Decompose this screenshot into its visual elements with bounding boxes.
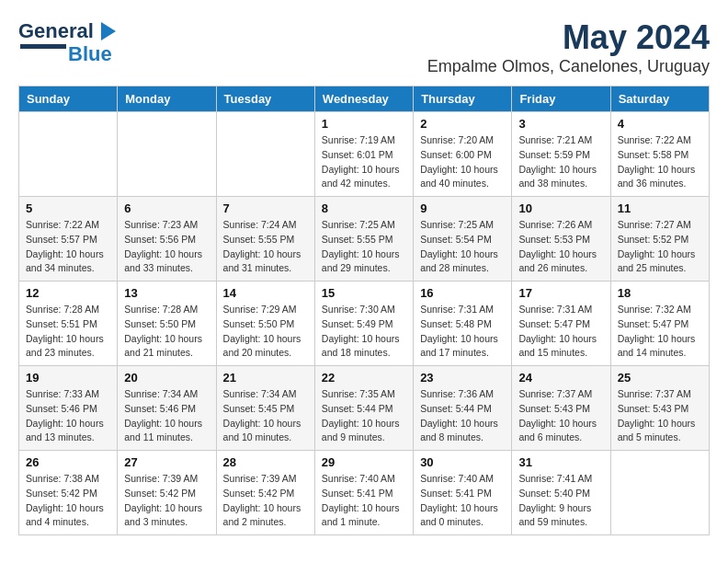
calendar-empty-cell bbox=[610, 451, 709, 535]
calendar-day-13: 13Sunrise: 7:28 AM Sunset: 5:50 PM Dayli… bbox=[118, 282, 216, 366]
header-friday: Friday bbox=[512, 86, 610, 112]
day-info: Sunrise: 7:30 AM Sunset: 5:49 PM Dayligh… bbox=[322, 303, 406, 361]
day-info: Sunrise: 7:19 AM Sunset: 6:01 PM Dayligh… bbox=[322, 133, 406, 191]
logo-text-general: General bbox=[18, 21, 94, 41]
calendar-day-10: 10Sunrise: 7:26 AM Sunset: 5:53 PM Dayli… bbox=[512, 197, 610, 282]
header-saturday: Saturday bbox=[610, 86, 709, 112]
calendar-day-29: 29Sunrise: 7:40 AM Sunset: 5:41 PM Dayli… bbox=[314, 451, 413, 535]
day-number: 8 bbox=[322, 201, 406, 215]
header-tuesday: Tuesday bbox=[216, 86, 314, 112]
calendar-week-row: 12Sunrise: 7:28 AM Sunset: 5:51 PM Dayli… bbox=[19, 282, 710, 366]
day-info: Sunrise: 7:39 AM Sunset: 5:42 PM Dayligh… bbox=[124, 472, 209, 530]
day-number: 1 bbox=[322, 117, 406, 131]
day-info: Sunrise: 7:32 AM Sunset: 5:47 PM Dayligh… bbox=[618, 303, 702, 361]
day-number: 5 bbox=[26, 201, 110, 215]
calendar-empty-cell bbox=[118, 112, 216, 197]
header-monday: Monday bbox=[118, 86, 216, 112]
day-number: 11 bbox=[618, 201, 702, 215]
calendar-day-6: 6Sunrise: 7:23 AM Sunset: 5:56 PM Daylig… bbox=[118, 197, 216, 282]
day-number: 28 bbox=[223, 455, 308, 469]
day-number: 24 bbox=[518, 371, 603, 385]
day-info: Sunrise: 7:34 AM Sunset: 5:46 PM Dayligh… bbox=[124, 387, 209, 445]
day-info: Sunrise: 7:22 AM Sunset: 5:58 PM Dayligh… bbox=[618, 133, 702, 191]
logo-text-blue: Blue bbox=[68, 44, 112, 64]
day-info: Sunrise: 7:21 AM Sunset: 5:59 PM Dayligh… bbox=[518, 133, 603, 191]
svg-marker-0 bbox=[101, 22, 116, 40]
calendar-day-4: 4Sunrise: 7:22 AM Sunset: 5:58 PM Daylig… bbox=[610, 112, 709, 197]
day-number: 19 bbox=[26, 371, 110, 385]
day-info: Sunrise: 7:24 AM Sunset: 5:55 PM Dayligh… bbox=[223, 218, 308, 276]
day-number: 3 bbox=[518, 117, 603, 131]
calendar-day-8: 8Sunrise: 7:25 AM Sunset: 5:55 PM Daylig… bbox=[314, 197, 413, 282]
calendar-day-18: 18Sunrise: 7:32 AM Sunset: 5:47 PM Dayli… bbox=[610, 282, 709, 366]
day-info: Sunrise: 7:36 AM Sunset: 5:44 PM Dayligh… bbox=[420, 387, 505, 445]
day-info: Sunrise: 7:37 AM Sunset: 5:43 PM Dayligh… bbox=[518, 387, 603, 445]
calendar-week-row: 1Sunrise: 7:19 AM Sunset: 6:01 PM Daylig… bbox=[19, 112, 710, 197]
calendar-day-12: 12Sunrise: 7:28 AM Sunset: 5:51 PM Dayli… bbox=[19, 282, 118, 366]
day-number: 9 bbox=[420, 201, 505, 215]
calendar-day-25: 25Sunrise: 7:37 AM Sunset: 5:43 PM Dayli… bbox=[610, 366, 709, 451]
day-number: 17 bbox=[518, 286, 603, 300]
day-number: 30 bbox=[420, 455, 505, 469]
day-number: 20 bbox=[124, 371, 209, 385]
day-number: 14 bbox=[223, 286, 308, 300]
day-info: Sunrise: 7:28 AM Sunset: 5:51 PM Dayligh… bbox=[26, 303, 110, 361]
day-number: 29 bbox=[322, 455, 406, 469]
day-info: Sunrise: 7:35 AM Sunset: 5:44 PM Dayligh… bbox=[322, 387, 406, 445]
day-info: Sunrise: 7:33 AM Sunset: 5:46 PM Dayligh… bbox=[26, 387, 110, 445]
day-info: Sunrise: 7:27 AM Sunset: 5:52 PM Dayligh… bbox=[618, 218, 702, 276]
logo: General Blue bbox=[18, 18, 119, 64]
location-title: Empalme Olmos, Canelones, Uruguay bbox=[427, 57, 710, 76]
month-title: May 2024 bbox=[427, 18, 710, 57]
day-info: Sunrise: 7:22 AM Sunset: 5:57 PM Dayligh… bbox=[26, 218, 110, 276]
calendar-day-9: 9Sunrise: 7:25 AM Sunset: 5:54 PM Daylig… bbox=[414, 197, 512, 282]
day-number: 31 bbox=[518, 455, 603, 469]
day-info: Sunrise: 7:25 AM Sunset: 5:54 PM Dayligh… bbox=[420, 218, 505, 276]
calendar-week-row: 26Sunrise: 7:38 AM Sunset: 5:42 PM Dayli… bbox=[19, 451, 710, 535]
day-number: 16 bbox=[420, 286, 505, 300]
calendar-empty-cell bbox=[19, 112, 118, 197]
day-number: 26 bbox=[26, 455, 110, 469]
day-number: 12 bbox=[26, 286, 110, 300]
day-number: 23 bbox=[420, 371, 505, 385]
calendar-day-21: 21Sunrise: 7:34 AM Sunset: 5:45 PM Dayli… bbox=[216, 366, 314, 451]
calendar-day-14: 14Sunrise: 7:29 AM Sunset: 5:50 PM Dayli… bbox=[216, 282, 314, 366]
calendar-week-row: 19Sunrise: 7:33 AM Sunset: 5:46 PM Dayli… bbox=[19, 366, 710, 451]
day-number: 7 bbox=[223, 201, 308, 215]
calendar-day-22: 22Sunrise: 7:35 AM Sunset: 5:44 PM Dayli… bbox=[314, 366, 413, 451]
header-thursday: Thursday bbox=[414, 86, 512, 112]
calendar-day-24: 24Sunrise: 7:37 AM Sunset: 5:43 PM Dayli… bbox=[512, 366, 610, 451]
day-number: 15 bbox=[322, 286, 406, 300]
calendar-day-27: 27Sunrise: 7:39 AM Sunset: 5:42 PM Dayli… bbox=[118, 451, 216, 535]
day-info: Sunrise: 7:23 AM Sunset: 5:56 PM Dayligh… bbox=[124, 218, 209, 276]
calendar-table: SundayMondayTuesdayWednesdayThursdayFrid… bbox=[18, 86, 710, 535]
day-info: Sunrise: 7:31 AM Sunset: 5:48 PM Dayligh… bbox=[420, 303, 505, 361]
day-number: 10 bbox=[518, 201, 603, 215]
calendar-day-15: 15Sunrise: 7:30 AM Sunset: 5:49 PM Dayli… bbox=[314, 282, 413, 366]
day-info: Sunrise: 7:20 AM Sunset: 6:00 PM Dayligh… bbox=[420, 133, 505, 191]
page-header: General Blue May 2024 Empalme Olmos, Can… bbox=[18, 18, 710, 76]
header-wednesday: Wednesday bbox=[314, 86, 413, 112]
day-number: 21 bbox=[223, 371, 308, 385]
day-number: 13 bbox=[124, 286, 209, 300]
day-info: Sunrise: 7:31 AM Sunset: 5:47 PM Dayligh… bbox=[518, 303, 603, 361]
title-block: May 2024 Empalme Olmos, Canelones, Urugu… bbox=[427, 18, 710, 76]
calendar-empty-cell bbox=[216, 112, 314, 197]
header-sunday: Sunday bbox=[19, 86, 118, 112]
calendar-day-23: 23Sunrise: 7:36 AM Sunset: 5:44 PM Dayli… bbox=[414, 366, 512, 451]
calendar-day-26: 26Sunrise: 7:38 AM Sunset: 5:42 PM Dayli… bbox=[19, 451, 118, 535]
day-number: 4 bbox=[618, 117, 702, 131]
day-number: 2 bbox=[420, 117, 505, 131]
day-info: Sunrise: 7:37 AM Sunset: 5:43 PM Dayligh… bbox=[618, 387, 702, 445]
day-info: Sunrise: 7:40 AM Sunset: 5:41 PM Dayligh… bbox=[322, 472, 406, 530]
calendar-day-17: 17Sunrise: 7:31 AM Sunset: 5:47 PM Dayli… bbox=[512, 282, 610, 366]
day-info: Sunrise: 7:25 AM Sunset: 5:55 PM Dayligh… bbox=[322, 218, 406, 276]
calendar-day-30: 30Sunrise: 7:40 AM Sunset: 5:41 PM Dayli… bbox=[414, 451, 512, 535]
calendar-day-16: 16Sunrise: 7:31 AM Sunset: 5:48 PM Dayli… bbox=[414, 282, 512, 366]
calendar-day-19: 19Sunrise: 7:33 AM Sunset: 5:46 PM Dayli… bbox=[19, 366, 118, 451]
day-number: 18 bbox=[618, 286, 702, 300]
calendar-header-row: SundayMondayTuesdayWednesdayThursdayFrid… bbox=[19, 86, 710, 112]
logo-arrow-icon bbox=[94, 18, 119, 44]
day-number: 6 bbox=[124, 201, 209, 215]
calendar-day-11: 11Sunrise: 7:27 AM Sunset: 5:52 PM Dayli… bbox=[610, 197, 709, 282]
